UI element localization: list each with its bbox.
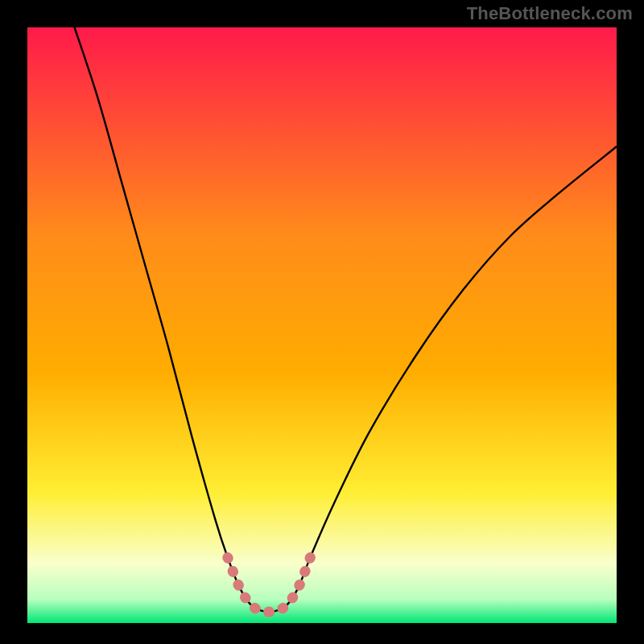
bottleneck-chart [0, 0, 644, 644]
attribution-label: TheBottleneck.com [467, 3, 633, 24]
chart-frame: TheBottleneck.com [0, 0, 644, 644]
plot-background [27, 27, 617, 623]
